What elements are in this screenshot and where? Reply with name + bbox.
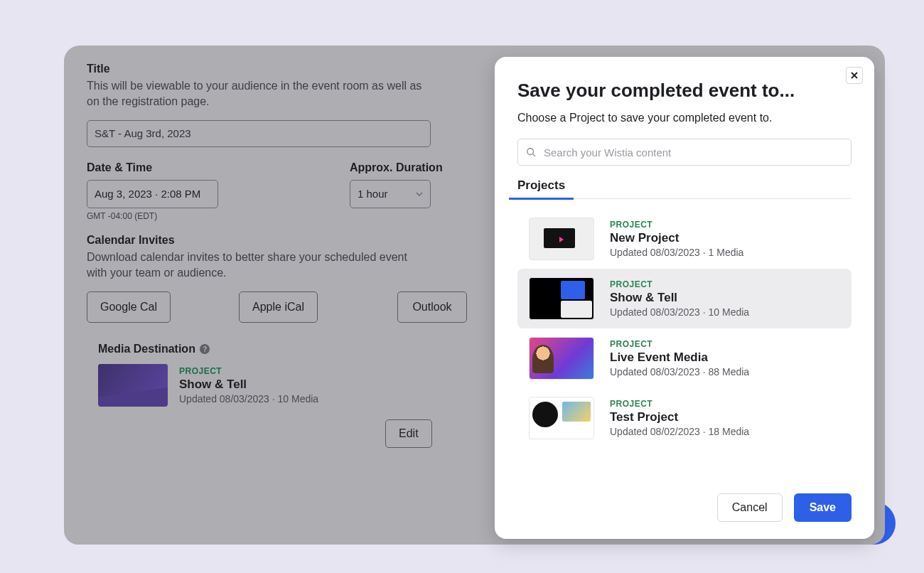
project-sub: Updated 08/02/2023 · 18 Media <box>610 426 840 437</box>
modal-title: Save your completed event to... <box>517 80 852 102</box>
help-icon[interactable]: ? <box>200 344 210 354</box>
calendar-description: Download calendar invites to better shar… <box>87 250 428 282</box>
timezone-note: GMT -04:00 (EDT) <box>87 211 350 221</box>
project-sub: Updated 08/03/2023 · 88 Media <box>610 366 840 377</box>
save-button[interactable]: Save <box>794 493 852 522</box>
project-eyebrow: PROJECT <box>610 220 840 230</box>
date-time-value: Aug 3, 2023 · 2:08 PM <box>95 188 200 200</box>
project-eyebrow: PROJECT <box>610 339 840 349</box>
cancel-button[interactable]: Cancel <box>717 493 783 522</box>
svg-line-1 <box>533 154 536 157</box>
project-sub: Updated 08/03/2023 · 1 Media <box>610 247 840 258</box>
media-thumbnail <box>98 364 168 407</box>
duration-label: Approx. Duration <box>350 161 443 174</box>
project-item[interactable]: PROJECT Live Event Media Updated 08/03/2… <box>517 328 852 388</box>
project-thumbnail <box>529 218 594 260</box>
search-icon <box>526 147 536 157</box>
project-thumbnail <box>529 397 594 439</box>
title-description: This will be viewable to your audience i… <box>87 78 428 110</box>
svg-point-0 <box>527 149 534 155</box>
duration-value: 1 hour <box>358 188 388 200</box>
project-eyebrow: PROJECT <box>610 279 840 289</box>
project-title: Show & Tell <box>610 291 840 305</box>
project-item[interactable]: PROJECT Show & Tell Updated 08/03/2023 ·… <box>517 269 852 328</box>
google-cal-button[interactable]: Google Cal <box>87 291 171 323</box>
modal-subtitle: Choose a Project to save your completed … <box>517 112 852 124</box>
project-thumbnail <box>529 277 594 320</box>
project-item[interactable]: PROJECT Test Project Updated 08/02/2023 … <box>517 388 852 448</box>
close-icon <box>851 72 858 79</box>
duration-select[interactable]: 1 hour <box>350 180 431 208</box>
project-list: PROJECT New Project Updated 08/03/2023 ·… <box>495 199 874 481</box>
chevron-down-icon <box>416 191 423 198</box>
tab-projects[interactable]: Projects <box>517 178 565 198</box>
project-eyebrow: PROJECT <box>179 366 318 376</box>
save-event-modal: Save your completed event to... Choose a… <box>495 57 874 539</box>
project-sub: Updated 08/03/2023 · 10 Media <box>179 393 318 405</box>
media-destination-label: Media Destination <box>98 343 195 355</box>
project-thumbnail <box>529 337 594 380</box>
project-title: Show & Tell <box>179 377 318 392</box>
edit-button[interactable]: Edit <box>385 419 432 448</box>
project-title: Live Event Media <box>610 350 840 365</box>
project-title: Test Project <box>610 410 840 424</box>
apple-ical-button[interactable]: Apple iCal <box>239 291 318 323</box>
project-item[interactable]: PROJECT New Project Updated 08/03/2023 ·… <box>517 209 852 269</box>
project-title: New Project <box>610 231 840 245</box>
date-time-label: Date & Time <box>87 161 350 174</box>
search-input[interactable] <box>517 139 852 166</box>
project-sub: Updated 08/03/2023 · 10 Media <box>610 306 840 318</box>
outlook-button[interactable]: Outlook <box>397 291 467 323</box>
date-time-field[interactable]: Aug 3, 2023 · 2:08 PM <box>87 180 218 208</box>
project-eyebrow: PROJECT <box>610 399 840 409</box>
close-button[interactable] <box>846 67 863 84</box>
title-input[interactable] <box>87 120 431 147</box>
